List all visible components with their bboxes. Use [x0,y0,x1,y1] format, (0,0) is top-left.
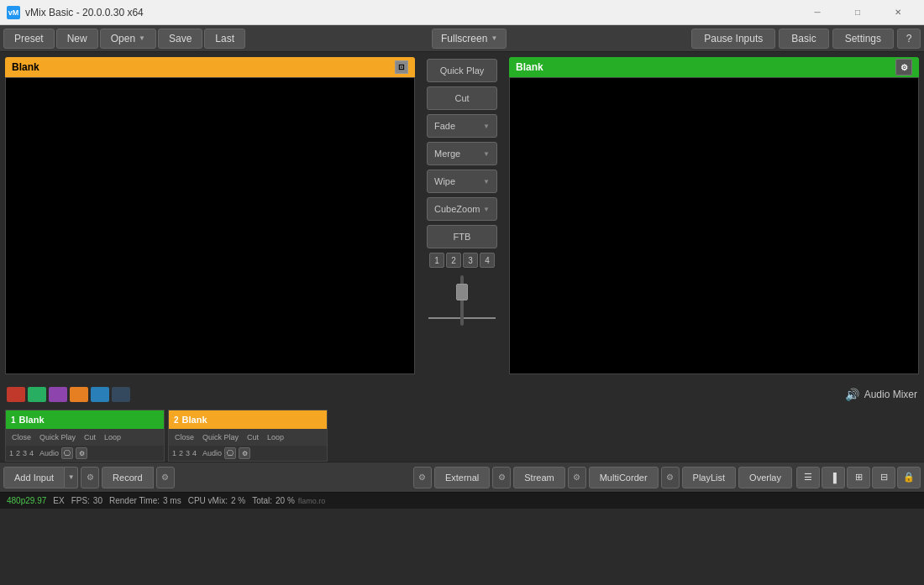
input-1-num3[interactable]: 3 [23,449,27,457]
slider-thumb[interactable] [456,284,468,300]
input-1-num2[interactable]: 2 [16,449,20,457]
ftb-button[interactable]: FTB [427,225,497,248]
output-gear-button[interactable]: ⚙ [895,59,912,76]
swatch-blue[interactable] [91,387,109,402]
input-1-close-btn[interactable]: Close [9,432,34,442]
maximize-button[interactable]: □ [838,0,877,25]
settings-button[interactable]: Settings [832,29,894,49]
input-2-loop-btn[interactable]: Loop [265,432,286,442]
cubezoom-button[interactable]: CubeZoom ▼ [427,197,497,221]
wipe-button[interactable]: Wipe ▼ [427,170,497,193]
menubar: Preset New Open ▼ Save Last Fullscreen ▼… [0,25,924,52]
list-view-icon[interactable]: ☰ [796,467,820,488]
playlist-button[interactable]: PlayList [682,467,737,488]
right-buttons: Pause Inputs Basic Settings ? [691,29,921,49]
trans-num-1[interactable]: 1 [429,253,444,268]
record-gear-icon[interactable]: ⚙ [156,467,175,488]
open-arrow-icon: ▼ [139,34,145,42]
quick-play-button[interactable]: Quick Play [427,59,497,82]
basic-button[interactable]: Basic [779,29,828,49]
multicorder-gear-icon[interactable]: ⚙ [568,467,586,488]
preview-icon[interactable]: ⊡ [395,60,408,74]
multicorder-button[interactable]: MultiCorder [589,467,659,488]
fullscreen-arrow-icon: ▼ [491,34,497,42]
snapshot-icon[interactable]: ⊟ [872,467,895,488]
open-button[interactable]: Open ▼ [100,29,156,49]
input-1-cut-btn[interactable]: Cut [81,432,98,442]
playlist-gear-icon[interactable]: ⚙ [661,467,680,488]
input-1-monitor-icon[interactable]: 🖵 [61,447,73,459]
bottom-toolbar: Add Input ▼ ⚙ Record ⚙ ⚙ External ⚙ Stre… [0,462,924,492]
input-1-quickplay-btn[interactable]: Quick Play [37,432,78,442]
add-input-gear-icon[interactable]: ⚙ [81,467,99,488]
input-2-num1[interactable]: 1 [172,449,176,457]
trans-num-3[interactable]: 3 [463,253,478,268]
add-input-button[interactable]: Add Input [3,467,65,488]
save-button[interactable]: Save [158,29,202,49]
input-1-bottom-icons: 1 2 3 4 Audio 🖵 ⚙ [6,446,164,461]
close-button[interactable]: ✕ [879,0,917,25]
minimize-button[interactable]: ─ [798,0,837,25]
input-2-monitor-icon[interactable]: 🖵 [224,447,236,459]
preview-panel: Blank ⊡ [0,52,420,379]
preview-label: Blank [12,61,39,73]
wipe-arrow-icon: ▼ [483,178,490,185]
output-video [509,77,919,374]
input-2-quickplay-btn[interactable]: Quick Play [200,432,241,442]
input-2-num3[interactable]: 3 [186,449,190,457]
input-2-num2[interactable]: 2 [179,449,183,457]
preset-button[interactable]: Preset [3,29,55,49]
input-2-cut-btn[interactable]: Cut [244,432,261,442]
last-button[interactable]: Last [204,29,245,49]
audio-mixer-button[interactable]: 🔊 Audio Mixer [845,388,917,401]
help-button[interactable]: ? [897,29,921,49]
pause-inputs-button[interactable]: Pause Inputs [691,29,775,49]
stream-button[interactable]: Stream [513,467,564,488]
input-2-close-btn[interactable]: Close [172,432,197,442]
grid-view-icon[interactable]: ⊞ [847,467,870,488]
input-2-audio[interactable]: Audio [202,449,222,457]
swatch-purple[interactable] [49,387,67,402]
merge-button[interactable]: Merge ▼ [427,142,497,165]
input-1-controls: Close Quick Play Cut Loop [6,429,164,446]
input-1-num4[interactable]: 4 [29,449,34,457]
input-1-number: 1 [11,415,16,425]
cut-button[interactable]: Cut [427,86,497,110]
input-2-header: 2 Blank [169,410,327,429]
overlay-button[interactable]: Overlay [738,467,792,488]
swatch-dark-blue[interactable] [112,387,130,402]
input-area: 1 Blank Close Quick Play Cut Loop 1 2 3 … [0,410,924,462]
cpu-label: CPU vMix: [188,496,228,505]
resolution-text: 480p29.97 [7,496,46,505]
transition-slider[interactable] [427,275,497,319]
color-swatches [7,387,130,402]
record-button[interactable]: Record [102,467,153,488]
audio-mixer-label: Audio Mixer [864,389,917,400]
input-2-num4[interactable]: 4 [192,449,197,457]
trans-num-4[interactable]: 4 [480,253,495,268]
input-1-gear-icon[interactable]: ⚙ [76,447,87,459]
input-1-loop-btn[interactable]: Loop [102,432,123,442]
input-1-num1[interactable]: 1 [9,449,13,457]
fade-arrow-icon: ▼ [483,123,490,130]
add-input-arrow[interactable]: ▼ [65,467,78,488]
fade-button[interactable]: Fade ▼ [427,114,497,138]
bar-chart-icon[interactable]: ▐ [822,467,845,488]
external-button[interactable]: External [434,467,490,488]
input-card-2: 2 Blank Close Quick Play Cut Loop 1 2 3 … [168,410,328,462]
external-gear-icon[interactable]: ⚙ [413,467,432,488]
swatch-orange[interactable] [70,387,88,402]
input-1-header: 1 Blank [6,410,164,429]
swatch-green[interactable] [28,387,46,402]
input-2-gear-icon[interactable]: ⚙ [239,447,250,459]
input-1-label: Blank [19,415,45,425]
ex-text: EX [53,496,64,505]
lock-icon[interactable]: 🔒 [897,467,921,488]
input-1-audio[interactable]: Audio [39,449,59,457]
trans-num-2[interactable]: 2 [446,253,461,268]
stream-gear-icon[interactable]: ⚙ [492,467,511,488]
watermark-text: flamo.ro [298,497,326,505]
swatch-red[interactable] [7,387,25,402]
new-button[interactable]: New [56,29,98,49]
fullscreen-button[interactable]: Fullscreen ▼ [432,29,507,49]
